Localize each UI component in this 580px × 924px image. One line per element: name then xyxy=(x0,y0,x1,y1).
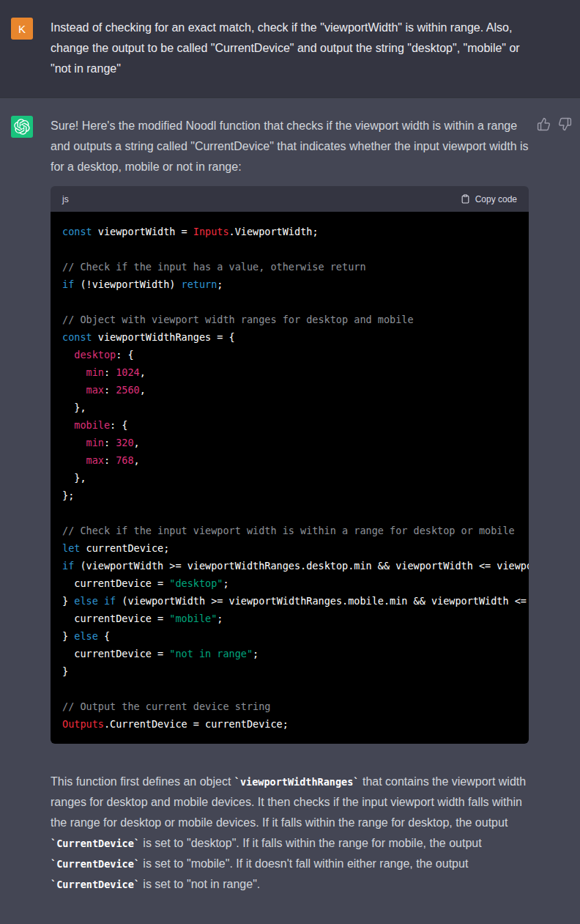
clipboard-icon xyxy=(461,193,470,204)
user-avatar: K xyxy=(11,18,33,40)
thumbs-up-button[interactable] xyxy=(537,117,551,131)
feedback-buttons xyxy=(537,117,572,131)
user-message-text: Instead of checking for an exact match, … xyxy=(51,18,529,79)
code-block-header: js Copy code xyxy=(51,186,529,212)
openai-logo-icon xyxy=(14,119,30,135)
code-content: const viewportWidth = Inputs.ViewportWid… xyxy=(51,212,529,744)
assistant-outro: This function first defines an object `v… xyxy=(51,772,529,895)
assistant-avatar xyxy=(11,116,33,138)
thumbs-down-button[interactable] xyxy=(558,117,572,131)
user-avatar-letter: K xyxy=(18,23,26,35)
code-language-label: js xyxy=(62,194,69,204)
user-message: K Instead of checking for an exact match… xyxy=(0,0,580,97)
assistant-intro-text: Sure! Here's the modified Noodl function… xyxy=(51,116,529,177)
copy-code-label: Copy code xyxy=(475,194,517,204)
assistant-message: Sure! Here's the modified Noodl function… xyxy=(0,97,580,924)
code-block: js Copy code const viewportWidth = Input… xyxy=(51,186,529,744)
copy-code-button[interactable]: Copy code xyxy=(461,193,517,204)
